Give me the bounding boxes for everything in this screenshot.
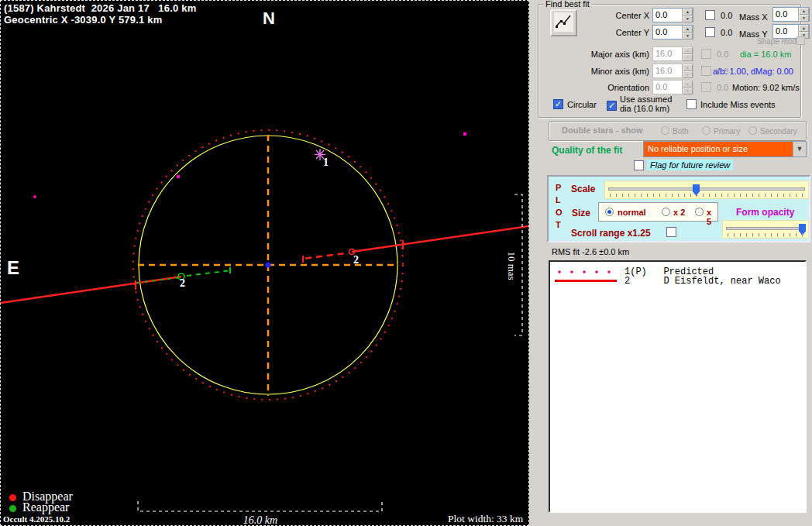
scroll-range-label: Scroll range x1.25 [571, 228, 651, 239]
legend-row-chord2[interactable]: 2 D Eisfeldt, near Waco [550, 276, 805, 285]
chord2-line-right [352, 226, 528, 252]
plot-letter-o: O [556, 208, 563, 217]
size-normal-label: normal [618, 208, 646, 217]
marker2-right-label: 2 [353, 254, 359, 266]
plot-letter-t: T [556, 220, 561, 229]
center-y-up-icon: ▲ [683, 26, 693, 33]
major-axis-label: Major axis (km) [568, 50, 649, 59]
center-y-down-icon: ▼ [683, 33, 693, 40]
app-version-label: Occult 4.2025.10.2 [3, 514, 70, 524]
size-x5-radio[interactable] [695, 208, 704, 216]
shape-model-checkbox[interactable] [797, 36, 805, 45]
quality-label: Quality of the fit [552, 145, 622, 156]
mass-y-up-icon: ▲ [799, 25, 809, 32]
disappear-dot-icon [9, 494, 16, 501]
flag-review-label: Flag for future review [647, 160, 733, 170]
major-axis-sigma: 0.0 [717, 50, 728, 59]
double-secondary-radio[interactable] [748, 126, 757, 135]
mass-x-spinner[interactable]: 0.0 ▲▼ [772, 7, 810, 22]
center-x-up-icon: ▲ [683, 9, 693, 15]
mass-x-up-icon: ▲ [799, 8, 809, 15]
flag-review-checkbox[interactable] [634, 160, 644, 170]
plot-controls-panel: P L O T Scale Size normal x 2 x 5 Form o… [547, 175, 810, 242]
km-scale-bracket [138, 501, 382, 511]
orientation-up-icon: ▲ [683, 81, 693, 88]
orientation-sigma: 0.0 [717, 83, 728, 92]
circular-checkbox[interactable] [553, 99, 563, 109]
plot-letter-l: L [556, 195, 561, 205]
double-both-label: Both [673, 127, 689, 136]
mass-x-label: Mass X [739, 12, 768, 22]
fit-legend-listbox[interactable]: 1(P) Predicted 2 D Eisfeldt, near Waco [549, 260, 807, 513]
scale-slider-ticks [610, 194, 803, 197]
center-y-label: Center Y [605, 28, 649, 37]
size-x2-label: x 2 [673, 208, 685, 217]
center-x-down-icon: ▼ [683, 15, 693, 22]
plot-area[interactable]: (1587) Kahrstedt 2026 Jan 17 16.0 km Geo… [0, 0, 529, 526]
plot-canvas[interactable] [1, 1, 528, 525]
mas-scale-label: 10 mas [505, 239, 518, 293]
size-normal-radio[interactable] [605, 208, 614, 216]
size-label: Size [572, 208, 590, 218]
orientation-fix-checkbox[interactable] [701, 82, 711, 92]
center-x-spinner[interactable]: 0.0 ▲▼ [652, 8, 693, 22]
find-best-fit-button[interactable] [550, 9, 577, 36]
north-label: N [263, 9, 275, 29]
star-dot-1 [177, 175, 181, 179]
occult-app-window: (1587) Kahrstedt 2026 Jan 17 16.0 km Geo… [0, 0, 812, 526]
control-panel: Find best fit Center X 0.0 ▲▼ 0.0 Mass X… [529, 0, 812, 526]
size-x2-radio[interactable] [662, 208, 670, 216]
scroll-range-checkbox[interactable] [666, 227, 676, 237]
plot-width-label: Plot width: 33 km [448, 513, 523, 525]
minor-axis-spinner[interactable]: 16.0 ▲▼ [652, 64, 693, 78]
ab-dmag-readout: a/b: 1.00, dMag: 0.00 [713, 67, 793, 76]
body-center-point[interactable] [266, 263, 271, 268]
star-dot-3 [33, 195, 36, 198]
dia-readout: dia = 16.0 km [740, 50, 791, 59]
circular-label: Circular [567, 100, 597, 109]
motion-readout: Motion: 9.02 km/s [732, 83, 800, 92]
rms-fit-readout: RMS fit -2.6 ±0.0 km [552, 247, 629, 256]
use-assumed-dia-label: Use assumed dia (16.0 km) [620, 95, 672, 113]
double-primary-radio[interactable] [702, 126, 710, 135]
plot-letter-p: P [556, 183, 561, 192]
minor-axis-down-icon: ▼ [683, 71, 693, 78]
star-dot-2 [463, 132, 467, 136]
center-x-label: Center X [605, 11, 649, 20]
center-y-spinner[interactable]: 0.0 ▲▼ [652, 25, 693, 40]
quality-dropdown[interactable]: No reliable position or size ▼ [643, 141, 807, 157]
minor-axis-label: Minor axis (km) [568, 67, 649, 76]
major-axis-down-icon: ▼ [683, 54, 693, 61]
legend-row-predicted[interactable]: 1(P) Predicted [550, 266, 805, 276]
mass-x-down-icon: ▼ [799, 15, 809, 22]
dropdown-arrow-icon[interactable]: ▼ [793, 142, 806, 156]
form-opacity-label: Form opacity [736, 207, 794, 218]
marker2-left-label: 2 [180, 277, 185, 290]
double-both-radio[interactable] [661, 126, 669, 135]
reappear-dot-icon [9, 505, 16, 512]
major-axis-spinner[interactable]: 16.0 ▲▼ [652, 46, 693, 61]
form-opacity-ticks [728, 233, 803, 236]
east-label: E [7, 257, 19, 279]
minor-axis-fix-checkbox[interactable] [701, 66, 711, 76]
scale-label: Scale [571, 184, 595, 194]
use-assumed-dia-checkbox[interactable] [607, 101, 617, 111]
scale-slider-track[interactable] [608, 187, 805, 191]
major-axis-fix-checkbox[interactable] [701, 49, 711, 59]
minor-axis-up-icon: ▲ [683, 64, 693, 71]
scale-slider[interactable] [604, 180, 809, 199]
plot-title-line1: (1587) Kahrstedt 2026 Jan 17 16.0 km [4, 2, 196, 14]
include-miss-checkbox[interactable] [686, 99, 697, 109]
marker1-label: 1 [323, 156, 329, 169]
double-stars-group: Double stars - show Both Primary Seconda… [549, 121, 807, 141]
form-opacity-slider[interactable] [722, 220, 809, 239]
chord2-line-swatch [555, 280, 617, 282]
reappear-uncertainty-dashes [187, 271, 228, 277]
form-opacity-track[interactable] [726, 227, 805, 230]
orientation-spinner[interactable]: 0.0 ▲▼ [652, 80, 693, 95]
disappear-uncertainty-dashes [305, 253, 348, 259]
center-y-fix-checkbox[interactable] [705, 27, 715, 37]
fit-chart-icon [554, 12, 573, 32]
plot-title-line2: Geocentric X -3039.0 Y 579.1 km [4, 14, 162, 26]
center-x-fix-checkbox[interactable] [705, 10, 715, 20]
